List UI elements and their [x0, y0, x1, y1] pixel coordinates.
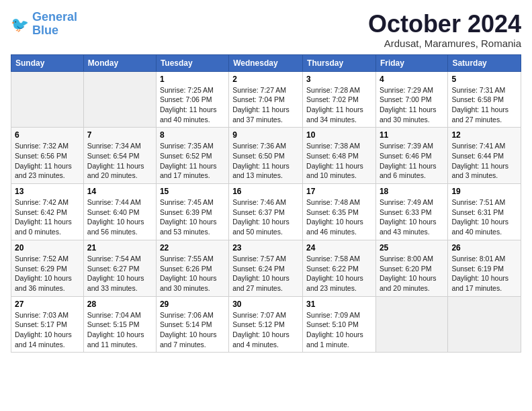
logo: 🐦 General Blue [11, 11, 77, 38]
day-cell: 22Sunrise: 7:55 AMSunset: 6:26 PMDayligh… [156, 240, 228, 296]
day-number: 28 [87, 300, 152, 309]
day-number: 4 [380, 75, 444, 84]
day-info: Sunrise: 7:38 AMSunset: 6:48 PMDaylight:… [306, 141, 372, 181]
day-number: 15 [160, 187, 225, 196]
day-info: Sunrise: 7:03 AMSunset: 5:17 PMDaylight:… [15, 310, 80, 350]
day-number: 10 [306, 130, 372, 140]
day-number: 13 [15, 187, 80, 196]
day-number: 16 [232, 187, 299, 196]
title-section: October 2024 Ardusat, Maramures, Romania [368, 11, 521, 49]
day-info: Sunrise: 7:42 AMSunset: 6:42 PMDaylight:… [15, 197, 80, 237]
day-cell: 9Sunrise: 7:36 AMSunset: 6:50 PMDaylight… [229, 128, 303, 184]
day-number: 27 [15, 300, 80, 309]
day-number: 6 [15, 130, 80, 140]
day-cell: 23Sunrise: 7:57 AMSunset: 6:24 PMDayligh… [229, 240, 303, 296]
day-number: 1 [160, 75, 225, 84]
day-number: 5 [451, 75, 517, 84]
day-cell [375, 296, 447, 353]
day-number: 29 [160, 300, 225, 309]
day-cell: 26Sunrise: 8:01 AMSunset: 6:19 PMDayligh… [448, 240, 521, 296]
day-number: 3 [306, 75, 372, 84]
day-cell: 27Sunrise: 7:03 AMSunset: 5:17 PMDayligh… [11, 296, 84, 353]
day-cell [448, 296, 521, 353]
header-cell-sunday: Sunday [11, 54, 84, 71]
day-info: Sunrise: 7:45 AMSunset: 6:39 PMDaylight:… [160, 197, 225, 237]
day-number: 21 [87, 243, 152, 253]
day-cell: 20Sunrise: 7:52 AMSunset: 6:29 PMDayligh… [11, 240, 84, 296]
week-row-2: 6Sunrise: 7:32 AMSunset: 6:56 PMDaylight… [11, 128, 521, 184]
day-info: Sunrise: 7:27 AMSunset: 7:04 PMDaylight:… [232, 85, 299, 125]
calendar-header: SundayMondayTuesdayWednesdayThursdayFrid… [11, 54, 521, 71]
day-info: Sunrise: 7:49 AMSunset: 6:33 PMDaylight:… [380, 197, 444, 237]
day-cell: 24Sunrise: 7:58 AMSunset: 6:22 PMDayligh… [303, 240, 376, 296]
day-number: 23 [232, 243, 299, 253]
header-cell-monday: Monday [83, 54, 156, 71]
day-number: 26 [451, 243, 517, 253]
day-cell: 25Sunrise: 8:00 AMSunset: 6:20 PMDayligh… [375, 240, 447, 296]
day-number: 9 [232, 130, 299, 140]
week-row-4: 20Sunrise: 7:52 AMSunset: 6:29 PMDayligh… [11, 240, 521, 296]
day-cell: 17Sunrise: 7:48 AMSunset: 6:35 PMDayligh… [303, 184, 376, 240]
day-info: Sunrise: 7:52 AMSunset: 6:29 PMDaylight:… [15, 254, 80, 293]
day-cell: 14Sunrise: 7:44 AMSunset: 6:40 PMDayligh… [83, 184, 156, 240]
page-header: 🐦 General Blue October 2024 Ardusat, Mar… [11, 11, 521, 49]
day-number: 12 [451, 130, 517, 140]
header-cell-thursday: Thursday [303, 54, 376, 71]
day-cell: 12Sunrise: 7:41 AMSunset: 6:44 PMDayligh… [448, 128, 521, 184]
day-cell: 3Sunrise: 7:28 AMSunset: 7:02 PMDaylight… [303, 71, 376, 128]
header-row: SundayMondayTuesdayWednesdayThursdayFrid… [11, 54, 521, 71]
header-cell-friday: Friday [375, 54, 447, 71]
day-cell: 10Sunrise: 7:38 AMSunset: 6:48 PMDayligh… [303, 128, 376, 184]
day-cell [11, 71, 84, 128]
day-number: 11 [380, 130, 444, 140]
header-cell-saturday: Saturday [448, 54, 521, 71]
day-number: 24 [306, 243, 372, 253]
day-number: 2 [232, 75, 299, 84]
week-row-1: 1Sunrise: 7:25 AMSunset: 7:06 PMDaylight… [11, 71, 521, 128]
logo-line1: General [32, 10, 77, 24]
day-cell: 18Sunrise: 7:49 AMSunset: 6:33 PMDayligh… [375, 184, 447, 240]
month-title: October 2024 [368, 11, 521, 38]
day-info: Sunrise: 7:58 AMSunset: 6:22 PMDaylight:… [306, 254, 372, 293]
day-info: Sunrise: 7:51 AMSunset: 6:31 PMDaylight:… [451, 197, 517, 237]
logo-text: General Blue [32, 11, 77, 38]
day-cell: 15Sunrise: 7:45 AMSunset: 6:39 PMDayligh… [156, 184, 228, 240]
day-cell: 31Sunrise: 7:09 AMSunset: 5:10 PMDayligh… [303, 296, 376, 353]
day-cell: 28Sunrise: 7:04 AMSunset: 5:15 PMDayligh… [83, 296, 156, 353]
day-cell: 1Sunrise: 7:25 AMSunset: 7:06 PMDaylight… [156, 71, 228, 128]
day-info: Sunrise: 7:28 AMSunset: 7:02 PMDaylight:… [306, 85, 372, 125]
day-info: Sunrise: 8:01 AMSunset: 6:19 PMDaylight:… [451, 254, 517, 293]
day-cell: 2Sunrise: 7:27 AMSunset: 7:04 PMDaylight… [229, 71, 303, 128]
day-info: Sunrise: 7:25 AMSunset: 7:06 PMDaylight:… [160, 85, 225, 125]
day-info: Sunrise: 7:31 AMSunset: 6:58 PMDaylight:… [451, 85, 517, 125]
day-info: Sunrise: 7:46 AMSunset: 6:37 PMDaylight:… [232, 197, 299, 237]
day-cell: 29Sunrise: 7:06 AMSunset: 5:14 PMDayligh… [156, 296, 228, 353]
day-cell: 6Sunrise: 7:32 AMSunset: 6:56 PMDaylight… [11, 128, 84, 184]
day-number: 18 [380, 187, 444, 196]
day-info: Sunrise: 7:06 AMSunset: 5:14 PMDaylight:… [160, 310, 225, 350]
day-cell: 30Sunrise: 7:07 AMSunset: 5:12 PMDayligh… [229, 296, 303, 353]
calendar-table: SundayMondayTuesdayWednesdayThursdayFrid… [11, 54, 521, 353]
day-cell: 11Sunrise: 7:39 AMSunset: 6:46 PMDayligh… [375, 128, 447, 184]
day-info: Sunrise: 7:36 AMSunset: 6:50 PMDaylight:… [232, 141, 299, 181]
day-cell: 13Sunrise: 7:42 AMSunset: 6:42 PMDayligh… [11, 184, 84, 240]
day-cell: 5Sunrise: 7:31 AMSunset: 6:58 PMDaylight… [448, 71, 521, 128]
day-info: Sunrise: 7:55 AMSunset: 6:26 PMDaylight:… [160, 254, 225, 293]
day-number: 22 [160, 243, 225, 253]
day-info: Sunrise: 7:41 AMSunset: 6:44 PMDaylight:… [451, 141, 517, 181]
day-info: Sunrise: 7:54 AMSunset: 6:27 PMDaylight:… [87, 254, 152, 293]
day-number: 19 [451, 187, 517, 196]
day-info: Sunrise: 7:48 AMSunset: 6:35 PMDaylight:… [306, 197, 372, 237]
day-number: 30 [232, 300, 299, 309]
day-info: Sunrise: 7:29 AMSunset: 7:00 PMDaylight:… [380, 85, 444, 125]
logo-line2: Blue [32, 24, 77, 38]
day-info: Sunrise: 7:39 AMSunset: 6:46 PMDaylight:… [380, 141, 444, 181]
day-number: 31 [306, 300, 372, 309]
day-number: 7 [87, 130, 152, 140]
day-info: Sunrise: 7:34 AMSunset: 6:54 PMDaylight:… [87, 141, 152, 181]
day-info: Sunrise: 7:44 AMSunset: 6:40 PMDaylight:… [87, 197, 152, 237]
week-row-3: 13Sunrise: 7:42 AMSunset: 6:42 PMDayligh… [11, 184, 521, 240]
day-info: Sunrise: 7:09 AMSunset: 5:10 PMDaylight:… [306, 310, 372, 350]
day-cell: 16Sunrise: 7:46 AMSunset: 6:37 PMDayligh… [229, 184, 303, 240]
day-number: 17 [306, 187, 372, 196]
